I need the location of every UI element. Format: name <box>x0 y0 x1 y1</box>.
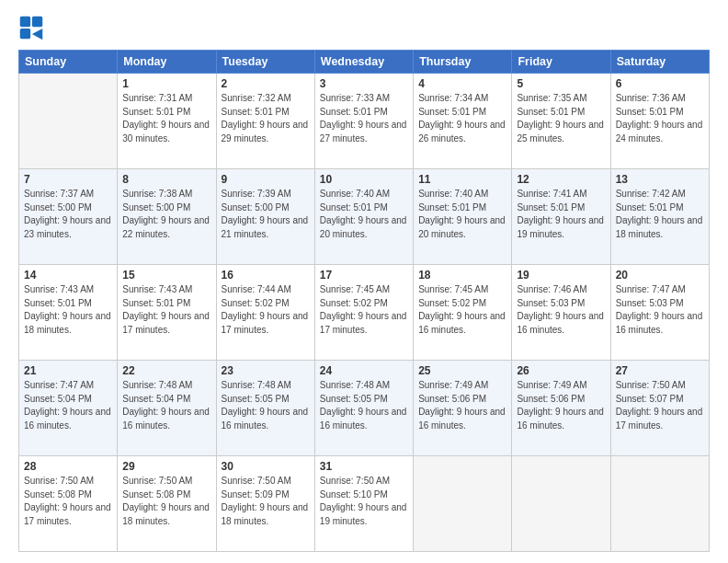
day-number: 20 <box>616 269 704 282</box>
day-info: Sunrise: 7:49 AMSunset: 5:06 PMDaylight:… <box>517 379 605 432</box>
svg-rect-0 <box>20 17 30 27</box>
day-info: Sunrise: 7:36 AMSunset: 5:01 PMDaylight:… <box>616 92 704 145</box>
day-info: Sunrise: 7:50 AMSunset: 5:07 PMDaylight:… <box>616 379 704 432</box>
day-number: 22 <box>122 364 210 377</box>
day-number: 31 <box>320 460 408 473</box>
day-number: 24 <box>320 364 408 377</box>
day-number: 13 <box>616 173 704 186</box>
day-info: Sunrise: 7:34 AMSunset: 5:01 PMDaylight:… <box>418 92 506 145</box>
day-info: Sunrise: 7:45 AMSunset: 5:02 PMDaylight:… <box>418 283 506 337</box>
day-cell: 31Sunrise: 7:50 AMSunset: 5:10 PMDayligh… <box>314 456 413 552</box>
day-info: Sunrise: 7:41 AMSunset: 5:01 PMDaylight:… <box>517 188 605 241</box>
day-info: Sunrise: 7:31 AMSunset: 5:01 PMDaylight:… <box>122 92 210 145</box>
day-cell: 17Sunrise: 7:45 AMSunset: 5:02 PMDayligh… <box>314 265 413 361</box>
day-number: 27 <box>616 364 704 377</box>
week-row-2: 7Sunrise: 7:37 AMSunset: 5:00 PMDaylight… <box>19 169 710 265</box>
header <box>18 15 710 40</box>
day-cell: 4Sunrise: 7:34 AMSunset: 5:01 PMDaylight… <box>414 74 512 169</box>
day-cell <box>414 456 512 552</box>
day-number: 16 <box>222 269 310 282</box>
svg-rect-2 <box>20 29 30 39</box>
col-header-friday: Friday <box>512 51 610 74</box>
day-cell: 12Sunrise: 7:41 AMSunset: 5:01 PMDayligh… <box>512 169 610 265</box>
day-cell: 27Sunrise: 7:50 AMSunset: 5:07 PMDayligh… <box>610 361 709 456</box>
col-header-thursday: Thursday <box>414 51 512 74</box>
col-header-saturday: Saturday <box>610 51 709 74</box>
day-number: 6 <box>616 77 704 90</box>
day-cell: 1Sunrise: 7:31 AMSunset: 5:01 PMDaylight… <box>118 74 216 169</box>
day-cell: 7Sunrise: 7:37 AMSunset: 5:00 PMDaylight… <box>19 169 118 265</box>
day-cell: 14Sunrise: 7:43 AMSunset: 5:01 PMDayligh… <box>19 265 118 361</box>
day-number: 11 <box>418 173 506 186</box>
day-cell: 15Sunrise: 7:43 AMSunset: 5:01 PMDayligh… <box>118 265 216 361</box>
day-number: 9 <box>222 173 310 186</box>
day-number: 14 <box>24 269 112 282</box>
day-info: Sunrise: 7:50 AMSunset: 5:10 PMDaylight:… <box>320 475 408 528</box>
day-number: 3 <box>320 77 408 90</box>
day-info: Sunrise: 7:47 AMSunset: 5:04 PMDaylight:… <box>24 379 112 432</box>
day-cell: 5Sunrise: 7:35 AMSunset: 5:01 PMDaylight… <box>512 74 610 169</box>
day-info: Sunrise: 7:48 AMSunset: 5:05 PMDaylight:… <box>320 379 408 432</box>
day-cell: 23Sunrise: 7:48 AMSunset: 5:05 PMDayligh… <box>216 361 314 456</box>
day-info: Sunrise: 7:39 AMSunset: 5:00 PMDaylight:… <box>222 188 310 241</box>
day-cell: 13Sunrise: 7:42 AMSunset: 5:01 PMDayligh… <box>610 169 709 265</box>
day-number: 15 <box>122 269 210 282</box>
day-cell: 19Sunrise: 7:46 AMSunset: 5:03 PMDayligh… <box>512 265 610 361</box>
day-info: Sunrise: 7:49 AMSunset: 5:06 PMDaylight:… <box>418 379 506 432</box>
day-cell: 30Sunrise: 7:50 AMSunset: 5:09 PMDayligh… <box>216 456 314 552</box>
day-cell: 24Sunrise: 7:48 AMSunset: 5:05 PMDayligh… <box>314 361 413 456</box>
header-row: SundayMondayTuesdayWednesdayThursdayFrid… <box>19 51 710 74</box>
day-cell: 10Sunrise: 7:40 AMSunset: 5:01 PMDayligh… <box>314 169 413 265</box>
day-cell <box>610 456 709 552</box>
day-cell: 18Sunrise: 7:45 AMSunset: 5:02 PMDayligh… <box>414 265 512 361</box>
day-info: Sunrise: 7:40 AMSunset: 5:01 PMDaylight:… <box>320 188 408 241</box>
day-info: Sunrise: 7:33 AMSunset: 5:01 PMDaylight:… <box>320 92 408 145</box>
day-info: Sunrise: 7:46 AMSunset: 5:03 PMDaylight:… <box>517 283 605 337</box>
day-number: 10 <box>320 173 408 186</box>
day-info: Sunrise: 7:43 AMSunset: 5:01 PMDaylight:… <box>24 283 112 337</box>
day-number: 23 <box>222 364 310 377</box>
day-info: Sunrise: 7:35 AMSunset: 5:01 PMDaylight:… <box>517 92 605 145</box>
day-cell: 29Sunrise: 7:50 AMSunset: 5:08 PMDayligh… <box>118 456 216 552</box>
day-info: Sunrise: 7:50 AMSunset: 5:09 PMDaylight:… <box>222 475 310 528</box>
day-number: 12 <box>517 173 605 186</box>
day-info: Sunrise: 7:45 AMSunset: 5:02 PMDaylight:… <box>320 283 408 337</box>
day-number: 29 <box>122 460 210 473</box>
day-cell <box>512 456 610 552</box>
day-cell <box>19 74 118 169</box>
day-number: 21 <box>24 364 112 377</box>
day-info: Sunrise: 7:43 AMSunset: 5:01 PMDaylight:… <box>122 283 210 337</box>
day-info: Sunrise: 7:32 AMSunset: 5:01 PMDaylight:… <box>222 92 310 145</box>
day-cell: 8Sunrise: 7:38 AMSunset: 5:00 PMDaylight… <box>118 169 216 265</box>
day-info: Sunrise: 7:47 AMSunset: 5:03 PMDaylight:… <box>616 283 704 337</box>
day-cell: 25Sunrise: 7:49 AMSunset: 5:06 PMDayligh… <box>414 361 512 456</box>
day-number: 25 <box>418 364 506 377</box>
day-cell: 3Sunrise: 7:33 AMSunset: 5:01 PMDaylight… <box>314 74 413 169</box>
day-number: 8 <box>122 173 210 186</box>
week-row-5: 28Sunrise: 7:50 AMSunset: 5:08 PMDayligh… <box>19 456 710 552</box>
logo <box>18 15 48 40</box>
svg-rect-1 <box>32 17 42 27</box>
logo-icon <box>18 15 44 40</box>
day-cell: 20Sunrise: 7:47 AMSunset: 5:03 PMDayligh… <box>610 265 709 361</box>
day-cell: 22Sunrise: 7:48 AMSunset: 5:04 PMDayligh… <box>118 361 216 456</box>
page: SundayMondayTuesdayWednesdayThursdayFrid… <box>0 0 728 563</box>
day-info: Sunrise: 7:40 AMSunset: 5:01 PMDaylight:… <box>418 188 506 241</box>
day-info: Sunrise: 7:50 AMSunset: 5:08 PMDaylight:… <box>24 475 112 528</box>
day-number: 19 <box>517 269 605 282</box>
day-number: 4 <box>418 77 506 90</box>
col-header-wednesday: Wednesday <box>314 51 413 74</box>
day-cell: 21Sunrise: 7:47 AMSunset: 5:04 PMDayligh… <box>19 361 118 456</box>
day-number: 18 <box>418 269 506 282</box>
calendar-table: SundayMondayTuesdayWednesdayThursdayFrid… <box>18 50 710 552</box>
day-cell: 9Sunrise: 7:39 AMSunset: 5:00 PMDaylight… <box>216 169 314 265</box>
week-row-4: 21Sunrise: 7:47 AMSunset: 5:04 PMDayligh… <box>19 361 710 456</box>
week-row-3: 14Sunrise: 7:43 AMSunset: 5:01 PMDayligh… <box>19 265 710 361</box>
day-info: Sunrise: 7:48 AMSunset: 5:05 PMDaylight:… <box>222 379 310 432</box>
day-number: 28 <box>24 460 112 473</box>
day-cell: 16Sunrise: 7:44 AMSunset: 5:02 PMDayligh… <box>216 265 314 361</box>
week-row-1: 1Sunrise: 7:31 AMSunset: 5:01 PMDaylight… <box>19 74 710 169</box>
day-info: Sunrise: 7:38 AMSunset: 5:00 PMDaylight:… <box>122 188 210 241</box>
day-info: Sunrise: 7:50 AMSunset: 5:08 PMDaylight:… <box>122 475 210 528</box>
col-header-tuesday: Tuesday <box>216 51 314 74</box>
